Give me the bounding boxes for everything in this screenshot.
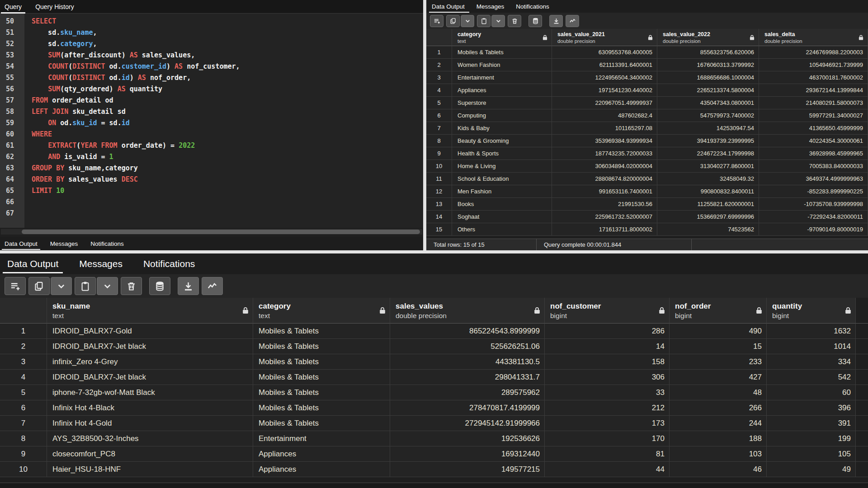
cell-quantity[interactable]: 199 (767, 431, 856, 446)
table-row[interactable]: 2Women Fashion621113391.6400001167606031… (426, 59, 868, 71)
tab-notifications[interactable]: Notifications (516, 0, 549, 13)
column-header-sku_name[interactable]: sku_nametext (47, 298, 253, 324)
column-header-sales_delta[interactable]: sales_deltadouble precision (759, 29, 868, 46)
cell-sales_value_2022[interactable]: 224672234.17999998 (657, 147, 759, 160)
code-line[interactable]: SUM(qty_ordered) AS quantity (24, 84, 423, 95)
graph-visualiser-button[interactable] (566, 15, 579, 27)
table-row[interactable]: 6Infinix Hot 4-BlackMobiles & Tablets278… (0, 400, 868, 416)
row-number[interactable]: 3 (0, 354, 47, 370)
code-line[interactable]: LEFT JOIN sku_detail sd (24, 106, 423, 117)
paste-options-button[interactable] (491, 15, 505, 27)
cell-sales_delta[interactable]: 7005383.840000033 (759, 160, 868, 173)
tab-data-output[interactable]: Data Output (432, 0, 465, 13)
code-line[interactable]: SUM(after_discount) AS sales_values, (24, 50, 423, 61)
table-row[interactable]: 7Infinix Hot 4-GoldMobiles & Tablets2729… (0, 416, 868, 431)
cell-sales_values[interactable]: 169312440 (390, 446, 545, 462)
download-csv-button[interactable] (178, 277, 199, 295)
cell-nof_customer[interactable]: 306 (545, 370, 670, 385)
cell-sales_delta[interactable]: -852283.8999990225 (759, 185, 868, 198)
cell-nof_customer[interactable]: 173 (545, 416, 670, 431)
code-line[interactable]: AND is_valid = 1 (24, 151, 423, 163)
cell-nof_order[interactable]: 15 (670, 339, 767, 354)
code-line[interactable]: WHERE (24, 129, 423, 140)
table-row[interactable]: 7Kids & Baby101165297.08142530947.544136… (426, 122, 868, 135)
copy-button[interactable] (28, 277, 50, 295)
cell-sku_name[interactable]: IDROID_BALRX7-Jet black (47, 370, 253, 385)
cell-sales_delta[interactable]: 40224354.30000061 (759, 135, 868, 147)
tab-query-history[interactable]: Query History (35, 0, 74, 13)
cell-sales_value_2021[interactable]: 353969384.93999934 (552, 135, 657, 147)
column-header-category[interactable]: categorytext (452, 29, 552, 46)
download-csv-button[interactable] (549, 15, 563, 27)
row-number[interactable]: 7 (426, 122, 452, 135)
cell-sales_value_2021[interactable]: 220967051.49999937 (552, 97, 657, 109)
tab-notifications[interactable]: Notifications (90, 237, 124, 250)
cell-sku_name[interactable]: IDROID_BALRX7-Gold (47, 324, 253, 339)
row-number[interactable]: 15 (426, 223, 452, 236)
code-line[interactable]: sd.category, (24, 38, 423, 50)
cell-nof_order[interactable]: 188 (670, 431, 767, 446)
cell-category[interactable]: Soghaat (452, 211, 552, 223)
cell-sales_delta[interactable]: -72292434.82000011 (759, 211, 868, 223)
table-row[interactable]: 12Men Fashion991653116.7400001990800832.… (426, 185, 868, 198)
code-line[interactable]: GROUP BY sku_name,category (24, 163, 423, 174)
cell-sales_values[interactable]: 525626251.06 (390, 339, 545, 354)
column-header-quantity[interactable]: quantitybigint (767, 298, 856, 324)
cell-quantity[interactable]: 542 (767, 370, 856, 385)
cell-nof_order[interactable]: 46 (670, 462, 767, 477)
cell-sales_value_2021[interactable]: 487602682.4 (552, 109, 657, 122)
cell-nof_customer[interactable]: 158 (545, 354, 670, 370)
table-row[interactable]: 13Books21991530.5611255821.620000001-107… (426, 198, 868, 211)
row-number[interactable]: 13 (426, 198, 452, 211)
cell-sales_delta[interactable]: 36928998.45999965 (759, 147, 868, 160)
code-line[interactable]: LIMIT 10 (24, 185, 423, 197)
cell-sales_values[interactable]: 192536626 (390, 431, 545, 446)
table-row[interactable]: 1IDROID_BALRX7-GoldMobiles & Tablets8652… (0, 324, 868, 339)
code-line[interactable]: COUNT(DISTINCT od.id) AS nof_order, (24, 72, 423, 84)
cell-nof_order[interactable]: 48 (670, 385, 767, 400)
scrollbar-thumb[interactable] (22, 230, 420, 234)
cell-sales_delta[interactable]: 2246769988.2200003 (759, 46, 868, 59)
row-number[interactable]: 3 (426, 71, 452, 84)
sql-editor[interactable]: 505152535455565758596061626364656667 SEL… (0, 14, 423, 228)
table-row[interactable]: 1Mobiles & Tablets6309553768.40000585563… (426, 46, 868, 59)
table-row[interactable]: 8Beauty & Grooming353969384.939999343941… (426, 135, 868, 147)
cell-sales_values[interactable]: 289575962 (390, 385, 545, 400)
cell-category[interactable]: Mobiles & Tablets (253, 400, 390, 416)
copy-options-button[interactable] (461, 15, 474, 27)
cell-sales_delta[interactable]: 59977291.34000027 (759, 109, 868, 122)
cell-nof_customer[interactable]: 33 (545, 385, 670, 400)
cell-quantity[interactable]: 60 (767, 385, 856, 400)
cell-nof_order[interactable]: 244 (670, 416, 767, 431)
cell-nof_order[interactable]: 490 (670, 324, 767, 339)
cell-sales_value_2021[interactable]: 6309553768.400005 (552, 46, 657, 59)
cell-sales_value_2022[interactable]: 32458049.32 (657, 173, 759, 185)
cell-category[interactable]: Health & Sports (452, 147, 552, 160)
cell-sales_value_2021[interactable]: 1224956504.3400002 (552, 71, 657, 84)
table-row[interactable]: 5Superstore220967051.49999937435047343.0… (426, 97, 868, 109)
column-header-nof_order[interactable]: nof_orderbigint (670, 298, 767, 324)
cell-sales_value_2021[interactable]: 28808674.820000004 (552, 173, 657, 185)
cell-sales_value_2021[interactable]: 1971541230.440002 (552, 84, 657, 97)
table-row[interactable]: 14Soghaat225961732.52000007153669297.699… (426, 211, 868, 223)
row-number[interactable]: 7 (0, 416, 47, 431)
code-line[interactable]: EXTRACT(YEAR FROM order_date) = 2022 (24, 140, 423, 151)
cell-sales_delta[interactable]: -97090149.80000019 (759, 223, 868, 236)
row-number[interactable]: 10 (426, 160, 452, 173)
cell-sales_value_2021[interactable]: 621113391.6400001 (552, 59, 657, 71)
cell-category[interactable]: Computing (452, 109, 552, 122)
cell-nof_customer[interactable]: 170 (545, 431, 670, 446)
cell-sales_delta[interactable]: 463700181.7600002 (759, 71, 868, 84)
cell-sales_value_2022[interactable]: 1688656686.1000004 (657, 71, 759, 84)
table-row[interactable]: 4IDROID_BALRX7-Jet blackMobiles & Tablet… (0, 370, 868, 385)
row-number[interactable]: 11 (426, 173, 452, 185)
row-number[interactable]: 4 (426, 84, 452, 97)
row-number[interactable]: 10 (0, 462, 47, 477)
table-row[interactable]: 5iphone-7-32gb-wof-Matt BlackMobiles & T… (0, 385, 868, 400)
cell-quantity[interactable]: 391 (767, 416, 856, 431)
table-row[interactable]: 15Others171613711.800000274523562-970901… (426, 223, 868, 236)
table-row[interactable]: 10Haier_HSU-18-HNFAppliances149577215444… (0, 462, 868, 477)
cell-nof_customer[interactable]: 212 (545, 400, 670, 416)
cell-category[interactable]: Entertainment (452, 71, 552, 84)
table-row[interactable]: 3infinix_Zero 4-GreyMobiles & Tablets443… (0, 354, 868, 370)
